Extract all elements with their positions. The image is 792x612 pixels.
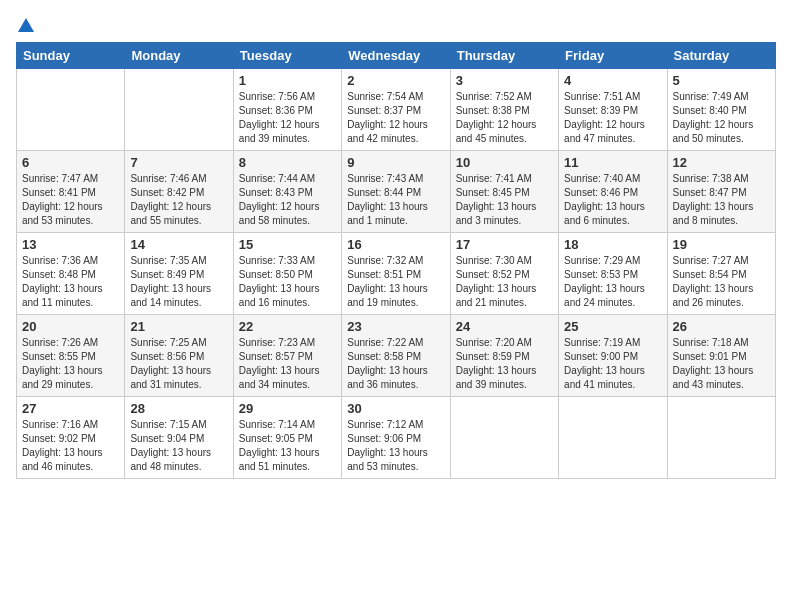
calendar-cell: 7Sunrise: 7:46 AM Sunset: 8:42 PM Daylig… [125, 151, 233, 233]
calendar-cell: 29Sunrise: 7:14 AM Sunset: 9:05 PM Dayli… [233, 397, 341, 479]
calendar-week-row: 20Sunrise: 7:26 AM Sunset: 8:55 PM Dayli… [17, 315, 776, 397]
calendar-week-row: 1Sunrise: 7:56 AM Sunset: 8:36 PM Daylig… [17, 69, 776, 151]
svg-marker-0 [18, 18, 34, 32]
weekday-header-thursday: Thursday [450, 43, 558, 69]
weekday-header-sunday: Sunday [17, 43, 125, 69]
day-number: 21 [130, 319, 227, 334]
calendar-cell: 30Sunrise: 7:12 AM Sunset: 9:06 PM Dayli… [342, 397, 450, 479]
calendar-cell: 8Sunrise: 7:44 AM Sunset: 8:43 PM Daylig… [233, 151, 341, 233]
calendar-cell: 26Sunrise: 7:18 AM Sunset: 9:01 PM Dayli… [667, 315, 775, 397]
calendar-cell: 13Sunrise: 7:36 AM Sunset: 8:48 PM Dayli… [17, 233, 125, 315]
day-info: Sunrise: 7:56 AM Sunset: 8:36 PM Dayligh… [239, 90, 336, 146]
day-number: 3 [456, 73, 553, 88]
calendar-cell: 15Sunrise: 7:33 AM Sunset: 8:50 PM Dayli… [233, 233, 341, 315]
calendar-body: 1Sunrise: 7:56 AM Sunset: 8:36 PM Daylig… [17, 69, 776, 479]
day-info: Sunrise: 7:33 AM Sunset: 8:50 PM Dayligh… [239, 254, 336, 310]
calendar-cell: 22Sunrise: 7:23 AM Sunset: 8:57 PM Dayli… [233, 315, 341, 397]
day-number: 24 [456, 319, 553, 334]
day-info: Sunrise: 7:19 AM Sunset: 9:00 PM Dayligh… [564, 336, 661, 392]
day-number: 11 [564, 155, 661, 170]
calendar-cell: 20Sunrise: 7:26 AM Sunset: 8:55 PM Dayli… [17, 315, 125, 397]
day-number: 15 [239, 237, 336, 252]
calendar-table: SundayMondayTuesdayWednesdayThursdayFrid… [16, 42, 776, 479]
calendar-cell: 27Sunrise: 7:16 AM Sunset: 9:02 PM Dayli… [17, 397, 125, 479]
calendar-cell: 2Sunrise: 7:54 AM Sunset: 8:37 PM Daylig… [342, 69, 450, 151]
day-number: 2 [347, 73, 444, 88]
day-info: Sunrise: 7:52 AM Sunset: 8:38 PM Dayligh… [456, 90, 553, 146]
page-header [16, 16, 776, 30]
day-info: Sunrise: 7:27 AM Sunset: 8:54 PM Dayligh… [673, 254, 770, 310]
day-number: 28 [130, 401, 227, 416]
day-info: Sunrise: 7:36 AM Sunset: 8:48 PM Dayligh… [22, 254, 119, 310]
day-number: 17 [456, 237, 553, 252]
day-info: Sunrise: 7:12 AM Sunset: 9:06 PM Dayligh… [347, 418, 444, 474]
day-info: Sunrise: 7:49 AM Sunset: 8:40 PM Dayligh… [673, 90, 770, 146]
calendar-cell: 25Sunrise: 7:19 AM Sunset: 9:00 PM Dayli… [559, 315, 667, 397]
calendar-cell: 24Sunrise: 7:20 AM Sunset: 8:59 PM Dayli… [450, 315, 558, 397]
calendar-cell: 16Sunrise: 7:32 AM Sunset: 8:51 PM Dayli… [342, 233, 450, 315]
day-info: Sunrise: 7:38 AM Sunset: 8:47 PM Dayligh… [673, 172, 770, 228]
day-info: Sunrise: 7:18 AM Sunset: 9:01 PM Dayligh… [673, 336, 770, 392]
calendar-cell: 3Sunrise: 7:52 AM Sunset: 8:38 PM Daylig… [450, 69, 558, 151]
calendar-cell [450, 397, 558, 479]
day-number: 13 [22, 237, 119, 252]
day-info: Sunrise: 7:16 AM Sunset: 9:02 PM Dayligh… [22, 418, 119, 474]
day-number: 7 [130, 155, 227, 170]
calendar-week-row: 6Sunrise: 7:47 AM Sunset: 8:41 PM Daylig… [17, 151, 776, 233]
weekday-header-tuesday: Tuesday [233, 43, 341, 69]
calendar-cell [667, 397, 775, 479]
day-info: Sunrise: 7:35 AM Sunset: 8:49 PM Dayligh… [130, 254, 227, 310]
calendar-cell: 6Sunrise: 7:47 AM Sunset: 8:41 PM Daylig… [17, 151, 125, 233]
weekday-header-friday: Friday [559, 43, 667, 69]
day-number: 23 [347, 319, 444, 334]
calendar-cell: 21Sunrise: 7:25 AM Sunset: 8:56 PM Dayli… [125, 315, 233, 397]
day-number: 10 [456, 155, 553, 170]
calendar-cell: 17Sunrise: 7:30 AM Sunset: 8:52 PM Dayli… [450, 233, 558, 315]
day-info: Sunrise: 7:46 AM Sunset: 8:42 PM Dayligh… [130, 172, 227, 228]
day-info: Sunrise: 7:32 AM Sunset: 8:51 PM Dayligh… [347, 254, 444, 310]
calendar-cell: 18Sunrise: 7:29 AM Sunset: 8:53 PM Dayli… [559, 233, 667, 315]
logo [16, 16, 36, 30]
calendar-cell [125, 69, 233, 151]
day-info: Sunrise: 7:54 AM Sunset: 8:37 PM Dayligh… [347, 90, 444, 146]
calendar-cell: 9Sunrise: 7:43 AM Sunset: 8:44 PM Daylig… [342, 151, 450, 233]
day-number: 4 [564, 73, 661, 88]
weekday-header-wednesday: Wednesday [342, 43, 450, 69]
day-number: 19 [673, 237, 770, 252]
day-info: Sunrise: 7:26 AM Sunset: 8:55 PM Dayligh… [22, 336, 119, 392]
day-info: Sunrise: 7:43 AM Sunset: 8:44 PM Dayligh… [347, 172, 444, 228]
day-info: Sunrise: 7:14 AM Sunset: 9:05 PM Dayligh… [239, 418, 336, 474]
calendar-cell: 10Sunrise: 7:41 AM Sunset: 8:45 PM Dayli… [450, 151, 558, 233]
day-info: Sunrise: 7:23 AM Sunset: 8:57 PM Dayligh… [239, 336, 336, 392]
day-number: 25 [564, 319, 661, 334]
calendar-cell [17, 69, 125, 151]
weekday-header-monday: Monday [125, 43, 233, 69]
day-number: 14 [130, 237, 227, 252]
calendar-cell [559, 397, 667, 479]
calendar-cell: 4Sunrise: 7:51 AM Sunset: 8:39 PM Daylig… [559, 69, 667, 151]
weekday-header-saturday: Saturday [667, 43, 775, 69]
day-number: 16 [347, 237, 444, 252]
calendar-header-row: SundayMondayTuesdayWednesdayThursdayFrid… [17, 43, 776, 69]
day-number: 27 [22, 401, 119, 416]
calendar-cell: 14Sunrise: 7:35 AM Sunset: 8:49 PM Dayli… [125, 233, 233, 315]
day-info: Sunrise: 7:20 AM Sunset: 8:59 PM Dayligh… [456, 336, 553, 392]
day-number: 6 [22, 155, 119, 170]
calendar-week-row: 27Sunrise: 7:16 AM Sunset: 9:02 PM Dayli… [17, 397, 776, 479]
calendar-cell: 1Sunrise: 7:56 AM Sunset: 8:36 PM Daylig… [233, 69, 341, 151]
day-number: 29 [239, 401, 336, 416]
day-number: 22 [239, 319, 336, 334]
day-info: Sunrise: 7:25 AM Sunset: 8:56 PM Dayligh… [130, 336, 227, 392]
day-number: 8 [239, 155, 336, 170]
calendar-cell: 5Sunrise: 7:49 AM Sunset: 8:40 PM Daylig… [667, 69, 775, 151]
calendar-cell: 23Sunrise: 7:22 AM Sunset: 8:58 PM Dayli… [342, 315, 450, 397]
day-info: Sunrise: 7:15 AM Sunset: 9:04 PM Dayligh… [130, 418, 227, 474]
calendar-cell: 28Sunrise: 7:15 AM Sunset: 9:04 PM Dayli… [125, 397, 233, 479]
calendar-cell: 11Sunrise: 7:40 AM Sunset: 8:46 PM Dayli… [559, 151, 667, 233]
day-info: Sunrise: 7:22 AM Sunset: 8:58 PM Dayligh… [347, 336, 444, 392]
day-info: Sunrise: 7:44 AM Sunset: 8:43 PM Dayligh… [239, 172, 336, 228]
calendar-week-row: 13Sunrise: 7:36 AM Sunset: 8:48 PM Dayli… [17, 233, 776, 315]
logo-icon [17, 16, 35, 34]
day-info: Sunrise: 7:30 AM Sunset: 8:52 PM Dayligh… [456, 254, 553, 310]
day-number: 20 [22, 319, 119, 334]
